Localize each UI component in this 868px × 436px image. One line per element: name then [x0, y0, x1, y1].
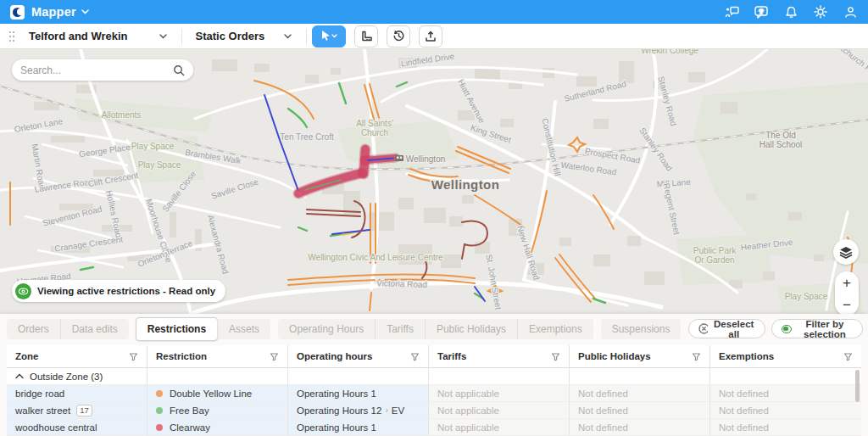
map-label: All Saints' [356, 119, 393, 128]
tab-group: OrdersData edits [7, 319, 129, 339]
filter-icon[interactable] [551, 352, 560, 361]
tab-public-holidays[interactable]: Public Holidays [425, 319, 517, 339]
map-label: Waterloo Road [560, 159, 617, 176]
history-tool-button[interactable] [387, 25, 410, 48]
tab-exemptions[interactable]: Exemptions [517, 319, 593, 339]
filter-icon[interactable] [270, 352, 279, 361]
order-type-label: Static Orders [196, 30, 265, 42]
operating-hours-name: Operating Hours 12 [297, 405, 381, 416]
chevron-right-icon: › [385, 405, 387, 415]
zoom-in-button[interactable]: + [835, 271, 859, 293]
map-label: Lindfield Drive [400, 52, 455, 69]
exemptions-cell: Not defined [710, 402, 861, 419]
train-station-icon [395, 155, 403, 161]
restriction-cell: Clearway [147, 419, 288, 436]
map-canvas[interactable]: Lindfield DriveWrekin CollegeWhitchurch … [0, 49, 868, 314]
column-header-zone: Zone [7, 345, 147, 368]
search-icon [173, 64, 185, 76]
tab-bar: OrdersData editsRestrictionsAssetsOperat… [0, 314, 868, 339]
deselect-all-button[interactable]: Deselect all [688, 319, 765, 338]
help-icon[interactable]: ? [754, 4, 769, 20]
filter-icon[interactable] [129, 352, 138, 361]
map-label: Hall School [760, 140, 803, 149]
table-row[interactable]: woodhouse centralClearwayOperating Hours… [7, 419, 861, 436]
data-panel: OrdersData editsRestrictionsAssetsOperat… [0, 314, 868, 436]
tab-restrictions[interactable]: Restrictions [136, 317, 218, 341]
measure-tool-button[interactable] [354, 25, 378, 48]
export-tool-button[interactable] [419, 25, 442, 48]
public-holidays-cell: Not defined [570, 402, 710, 419]
map-label: Victoria Road [376, 278, 427, 289]
map-label: Public Park [693, 246, 737, 255]
layers-button[interactable] [833, 239, 859, 265]
map-label: Regent Street [662, 182, 682, 236]
chevron-down-icon [283, 33, 292, 40]
column-title: Zone [15, 351, 38, 361]
filter-icon[interactable] [843, 352, 853, 361]
filter-by-selection-label: Filter by selection [797, 319, 853, 339]
group-cell-empty [288, 368, 429, 385]
column-title: Restriction [156, 351, 207, 361]
filter-by-selection-button[interactable]: Filter by selection [771, 319, 863, 338]
zoom-out-button[interactable]: − [835, 293, 859, 314]
operating-hours-cell: Operating Hours 1 [288, 419, 429, 436]
map-label: Allotments [102, 110, 142, 120]
collapse-chevron-icon[interactable] [15, 373, 24, 379]
table-row[interactable]: walker street17Free BayOperating Hours 1… [7, 402, 861, 419]
status-badge: Viewing active restrictions - Read only [12, 280, 225, 302]
tab-operating-hours[interactable]: Operating Hours [278, 319, 375, 339]
zone-name: walker street [15, 405, 70, 416]
order-type-select[interactable]: Static Orders [187, 24, 302, 48]
authority-select[interactable]: Telford and Wrekin [20, 24, 176, 48]
restriction-color-dot [156, 424, 163, 431]
map-label: Church [361, 128, 388, 137]
map-label: Constitution Hill [540, 117, 562, 176]
tab-data-edits[interactable]: Data edits [60, 319, 129, 339]
public-holidays-cell: Not defined [570, 419, 710, 436]
tariffs-cell: Not applicable [429, 385, 570, 402]
column-header-exemptions: Exemptions [710, 345, 861, 368]
map-label: Play Space [138, 160, 181, 170]
tour-icon[interactable] [724, 4, 739, 20]
drag-handle-icon[interactable] [8, 31, 15, 42]
filter-icon[interactable] [692, 352, 701, 361]
eye-icon [15, 283, 31, 299]
filter-icon[interactable] [410, 352, 420, 361]
map-base: Lindfield DriveWrekin CollegeWhitchurch … [0, 49, 868, 314]
settings-icon[interactable] [813, 4, 828, 20]
tab-suspensions[interactable]: Suspensions [601, 319, 682, 339]
map-label: Wellington [406, 154, 446, 164]
map-label: Mill Lane [656, 177, 691, 189]
exemptions-cell: Not defined [710, 419, 861, 436]
restriction-cell: Double Yellow Line [147, 385, 288, 402]
group-cell-empty [710, 368, 861, 385]
table-row[interactable]: bridge roadDouble Yellow LineOperating H… [7, 385, 861, 402]
group-label: Outside Zone (3) [30, 372, 103, 382]
column-header-public-holidays: Public Holidays [570, 345, 710, 368]
zone-name: bridge road [15, 388, 64, 399]
export-icon [425, 31, 437, 42]
zone-cell: woodhouse central [7, 419, 147, 436]
select-tool-button[interactable] [312, 25, 346, 48]
restriction-color-dot [156, 407, 163, 414]
search-input[interactable] [20, 64, 173, 76]
operating-hours-name: Operating Hours 1 [297, 422, 376, 433]
cursor-icon [320, 30, 338, 42]
tab-tariffs[interactable]: Tariffs [375, 319, 425, 339]
tab-group: Suspensions [601, 319, 682, 339]
account-icon[interactable] [843, 4, 858, 20]
operating-hours-cell: Operating Hours 12›EV [288, 402, 429, 419]
app-menu-chevron-icon[interactable] [81, 8, 90, 15]
map-search[interactable] [12, 59, 193, 81]
tab-assets[interactable]: Assets [217, 319, 270, 339]
group-cell-empty [429, 368, 570, 385]
tab-orders[interactable]: Orders [7, 319, 60, 339]
group-cell-empty [570, 368, 710, 385]
group-cell-empty [147, 368, 288, 385]
map-label: George Place [78, 143, 131, 159]
table-scrollbar[interactable] [855, 370, 860, 402]
group-row[interactable]: Outside Zone (3) [7, 368, 861, 385]
map-label: Stanley Road [637, 126, 674, 172]
map-toolbar: Telford and Wrekin Static Orders [0, 24, 868, 49]
notifications-icon[interactable] [783, 4, 798, 20]
